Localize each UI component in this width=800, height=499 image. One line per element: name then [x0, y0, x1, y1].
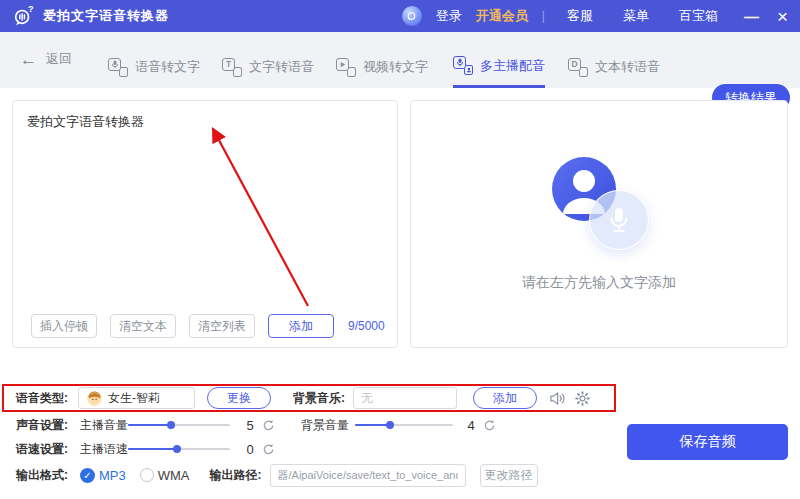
svg-text:?: ? — [28, 5, 34, 14]
tab-text-to-speech[interactable]: T 文字转语音 — [222, 46, 314, 88]
tab-label: 文本转语音 — [595, 58, 660, 76]
tab-speech-to-text[interactable]: 语音转文字 — [108, 46, 200, 88]
insert-pause-button[interactable]: 插入停顿 — [31, 314, 97, 338]
vip-link[interactable]: 开通会员 — [476, 7, 528, 25]
sound-settings-label: 声音设置: — [16, 417, 80, 434]
app-title: 爱拍文字语音转换器 — [43, 7, 169, 25]
add-bgm-button[interactable]: 添加 — [473, 387, 537, 409]
reset-anchor-speed-icon[interactable] — [262, 443, 275, 456]
titlebar-divider: | — [542, 9, 545, 23]
checked-radio-icon: ✓ — [80, 468, 95, 483]
toolbox-link[interactable]: 百宝箱 — [679, 7, 718, 25]
anchor-speed-label: 主播语速 — [80, 441, 128, 458]
bgm-input[interactable] — [353, 387, 457, 409]
bg-volume-value: 4 — [463, 418, 479, 433]
mp3-radio[interactable]: ✓ MP3 — [80, 468, 126, 483]
menu-link[interactable]: 菜单 — [623, 7, 649, 25]
mic-doc-icon — [108, 58, 128, 77]
back-button[interactable]: ← 返回 — [20, 50, 72, 68]
red-annotation-arrow — [13, 101, 399, 347]
anchor-speed-value: 0 — [242, 442, 258, 457]
close-button[interactable]: × — [773, 7, 792, 26]
text-voice-doc-icon: D — [568, 58, 588, 77]
voice-name: 女生-智莉 — [108, 390, 160, 407]
voice-type-label: 语音类型: — [16, 390, 78, 407]
clear-list-button[interactable]: 清空列表 — [189, 314, 255, 338]
minimize-button[interactable]: — — [740, 8, 763, 25]
tab-multi-anchor-dubbing[interactable]: 多主播配音 — [453, 46, 545, 88]
output-settings-row: 输出格式: ✓ MP3 WMA 输出路径: 更改路径 — [16, 463, 538, 487]
output-path-label: 输出路径: — [210, 467, 262, 484]
reset-bg-volume-icon[interactable] — [483, 419, 496, 432]
customer-service-link[interactable]: 客服 — [567, 7, 593, 25]
speed-settings-label: 语速设置: — [16, 441, 80, 458]
mp3-label: MP3 — [99, 468, 126, 483]
editor-button-row: 插入停顿 清空文本 清空列表 添加 9/5000 — [31, 314, 385, 338]
text-input-area[interactable]: 爱拍文字语音转换器 — [27, 113, 144, 131]
tab-label: 视频转文字 — [363, 58, 428, 76]
speaker-icon[interactable] — [549, 391, 566, 406]
char-counter: 9/5000 — [348, 319, 385, 333]
tab-label: 语音转文字 — [135, 58, 200, 76]
bg-volume-label: 背景音量 — [301, 417, 349, 434]
tab-video-to-text[interactable]: 视频转文字 — [336, 46, 428, 88]
app-window: ? 爱拍文字语音转换器 登录 开通会员 | 客服 菜单 百宝箱 — × ← 返回 — [0, 0, 800, 499]
user-avatar[interactable] — [402, 6, 422, 26]
change-path-button[interactable]: 更改路径 — [480, 464, 538, 487]
wma-radio[interactable]: WMA — [140, 468, 190, 483]
anchor-preview-panel: 请在左方先输入文字添加 — [410, 100, 788, 348]
anchor-placeholder-icon — [547, 156, 651, 248]
bg-volume-slider[interactable] — [355, 418, 453, 432]
back-label: 返回 — [46, 50, 72, 68]
reset-anchor-volume-icon[interactable] — [262, 419, 275, 432]
add-button[interactable]: 添加 — [268, 314, 334, 338]
voice-avatar — [87, 391, 102, 406]
anchor-volume-label: 主播音量 — [80, 417, 128, 434]
voice-select-box[interactable]: 女生-智莉 — [78, 387, 195, 409]
text-editor-panel: 爱拍文字语音转换器 插入停顿 清空文本 清空列表 添加 9/5000 — [12, 100, 398, 348]
save-audio-button[interactable]: 保存音频 — [627, 424, 788, 460]
back-arrow-icon: ← — [20, 51, 37, 68]
output-path-input[interactable] — [270, 464, 466, 487]
anchor-speed-slider[interactable] — [128, 442, 230, 456]
tab-label: 多主播配音 — [480, 57, 545, 75]
tab-text-to-voice[interactable]: D 文本转语音 — [568, 46, 660, 88]
voice-type-row: 语音类型: 女生-智莉 更换 背景音乐: 添加 — [16, 387, 590, 409]
speed-settings-row: 语速设置: 主播语速 0 — [16, 438, 275, 460]
bgm-label: 背景音乐: — [293, 390, 345, 407]
tab-bar: ← 返回 语音转文字 T 文字转语音 视频转文字 — [0, 32, 800, 88]
output-format-label: 输出格式: — [16, 467, 80, 484]
login-link[interactable]: 登录 — [436, 7, 462, 25]
tab-label: 文字转语音 — [249, 58, 314, 76]
video-doc-icon — [336, 58, 356, 77]
anchor-volume-slider[interactable] — [128, 418, 230, 432]
title-bar: ? 爱拍文字语音转换器 登录 开通会员 | 客服 菜单 百宝箱 — × — [0, 0, 800, 32]
app-logo-icon: ? — [12, 5, 35, 27]
anchor-mic-icon — [453, 56, 473, 75]
change-voice-button[interactable]: 更换 — [207, 387, 271, 409]
wma-label: WMA — [158, 468, 190, 483]
volume-settings-row: 声音设置: 主播音量 5 背景音量 4 — [16, 414, 496, 436]
microphone-icon — [589, 190, 649, 250]
clear-text-button[interactable]: 清空文本 — [110, 314, 176, 338]
anchor-volume-value: 5 — [242, 418, 258, 433]
gear-icon[interactable] — [575, 391, 590, 406]
preview-hint-text: 请在左方先输入文字添加 — [522, 274, 676, 292]
text-doc-icon: T — [222, 58, 242, 77]
unchecked-radio-icon — [140, 468, 154, 482]
